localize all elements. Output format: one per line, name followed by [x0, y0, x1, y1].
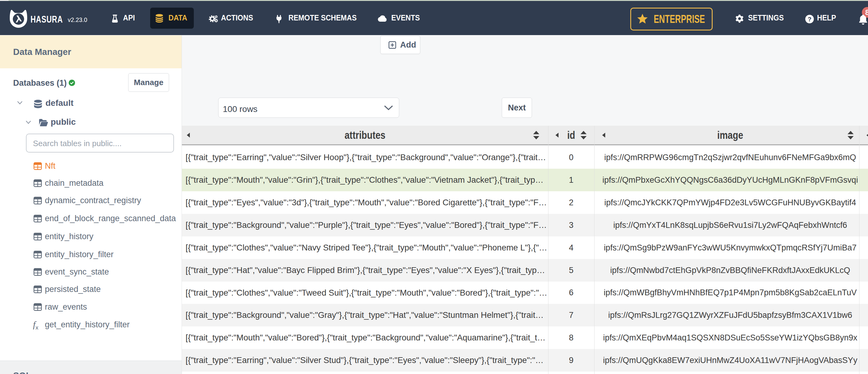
svg-text:?: ? — [808, 16, 811, 23]
